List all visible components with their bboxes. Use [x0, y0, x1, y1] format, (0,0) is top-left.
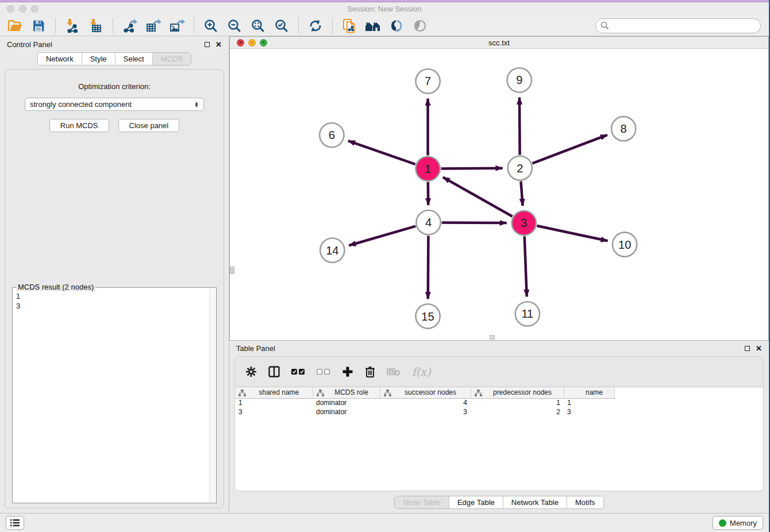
memory-status-icon [719, 519, 726, 527]
table-row[interactable]: 1dominator411 [235, 398, 630, 407]
cell-MCDS-role[interactable]: dominator [313, 398, 380, 407]
float-table-panel-icon[interactable] [745, 346, 750, 351]
edge-3-10[interactable] [537, 226, 607, 241]
graph-node-4[interactable]: 4 [416, 210, 440, 234]
graph-node-1[interactable]: 1 [415, 157, 440, 181]
cell-spacer [614, 407, 630, 417]
tab-node-table[interactable]: Node Table [395, 496, 449, 508]
export-image-icon[interactable] [168, 17, 186, 34]
delete-table-icon[interactable] [387, 367, 401, 376]
optimization-criterion-select[interactable]: strongly connected component ▲▼ [25, 98, 204, 111]
function-builder-icon[interactable]: f(x) [412, 365, 431, 378]
graph-node-10[interactable]: 10 [613, 233, 637, 257]
graph-node-6[interactable]: 6 [319, 123, 344, 147]
cell-successor-nodes[interactable]: 4 [380, 398, 471, 407]
save-session-icon[interactable] [29, 17, 48, 34]
table-toolbar: f(x) [235, 357, 763, 387]
memory-button[interactable]: Memory [713, 516, 763, 530]
tab-edge-table[interactable]: Edge Table [449, 496, 503, 508]
edge-1-2[interactable] [441, 168, 503, 169]
edge-4-3[interactable] [442, 223, 507, 223]
main-toolbar [0, 16, 769, 36]
search-input[interactable] [609, 21, 756, 30]
graph-node-7[interactable]: 7 [415, 69, 440, 93]
run-mcds-button[interactable]: Run MCDS [49, 119, 109, 132]
svg-text:11: 11 [521, 308, 533, 321]
graph-node-2[interactable]: 2 [508, 156, 532, 180]
tab-motifs[interactable]: Motifs [567, 496, 603, 508]
clone-network-icon[interactable] [340, 17, 359, 34]
cell-predecessor-nodes[interactable]: 1 [471, 398, 564, 407]
tab-select[interactable]: Select [116, 53, 153, 65]
tab-network[interactable]: Network [38, 53, 82, 65]
column-header-MCDS-role[interactable]: MCDS role [313, 387, 380, 398]
float-panel-icon[interactable] [205, 42, 210, 47]
tab-style[interactable]: Style [82, 53, 116, 65]
split-panel-icon[interactable] [268, 366, 280, 377]
table-settings-icon[interactable] [245, 366, 257, 377]
export-network-icon[interactable] [121, 17, 139, 34]
edge-3-11[interactable] [525, 237, 527, 297]
cell-shared-name[interactable]: 1 [235, 398, 313, 407]
column-header-name[interactable]: name [564, 387, 614, 398]
control-panel-tabs: NetworkStyleSelectMCDS [0, 52, 229, 65]
apply-layout-icon[interactable] [306, 17, 325, 34]
cell-predecessor-nodes[interactable]: 2 [471, 407, 564, 417]
edge-1-6[interactable] [348, 141, 415, 164]
close-panel-icon[interactable]: ✕ [215, 41, 222, 48]
cell-shared-name[interactable]: 3 [235, 407, 313, 417]
graph-node-3[interactable]: 3 [512, 211, 536, 235]
edge-2-8[interactable] [532, 135, 607, 164]
graph-node-15[interactable]: 15 [415, 304, 440, 329]
zoom-out-icon[interactable] [225, 17, 244, 34]
select-all-columns-icon[interactable] [291, 368, 305, 375]
deselect-all-columns-icon[interactable] [317, 368, 330, 375]
edge-4-15[interactable] [428, 236, 429, 299]
table-row[interactable]: 3dominator323 [235, 407, 630, 417]
column-header-successor-nodes[interactable]: successor nodes [380, 387, 471, 398]
search-box[interactable] [595, 18, 761, 33]
zoom-in-icon[interactable] [202, 17, 220, 34]
result-line: 3 [16, 301, 208, 311]
open-session-icon[interactable] [6, 17, 24, 34]
column-header-shared-name[interactable]: shared name [235, 387, 313, 398]
add-column-icon[interactable] [342, 366, 353, 377]
edge-2-3[interactable] [521, 182, 522, 206]
cell-name[interactable]: 3 [564, 407, 614, 417]
splitter-grip[interactable] [230, 267, 234, 274]
edge-3-1[interactable] [443, 178, 513, 217]
edge-4-14[interactable] [349, 226, 415, 246]
edge-2-9[interactable] [519, 98, 520, 155]
cell-MCDS-role[interactable]: dominator [313, 407, 380, 417]
tab-mcds[interactable]: MCDS [153, 53, 191, 65]
svg-text:6: 6 [329, 129, 335, 141]
tab-network-table[interactable]: Network Table [503, 496, 567, 508]
show-all-networks-icon[interactable] [364, 17, 382, 34]
cell-name[interactable]: 1 [564, 398, 614, 407]
graph-node-8[interactable]: 8 [611, 117, 636, 141]
graph-node-11[interactable]: 11 [515, 302, 540, 326]
import-network-icon[interactable] [63, 17, 82, 34]
export-table-icon[interactable] [144, 17, 163, 34]
column-header-predecessor-nodes[interactable]: predecessor nodes [471, 387, 564, 398]
control-panel-title: Control Panel [7, 40, 52, 49]
splitter-grip[interactable] [490, 335, 495, 340]
zoom-fit-icon[interactable] [249, 17, 267, 34]
graph-node-9[interactable]: 9 [507, 68, 532, 92]
result-scrollbar[interactable] [209, 288, 215, 502]
node-table[interactable]: shared nameMCDS rolesuccessor nodesprede… [235, 387, 763, 491]
close-panel-button[interactable]: Close panel [118, 119, 180, 132]
svg-text:3: 3 [521, 217, 527, 230]
network-canvas[interactable]: 7968124314101511 [230, 49, 768, 340]
task-history-button[interactable] [6, 516, 24, 530]
close-table-panel-icon[interactable]: ✕ [756, 345, 762, 352]
apply-style-icon[interactable] [387, 17, 406, 34]
svg-text:9: 9 [516, 74, 522, 87]
graph-node-14[interactable]: 14 [320, 238, 344, 263]
import-table-icon[interactable] [87, 17, 105, 34]
cell-successor-nodes[interactable]: 3 [380, 407, 471, 417]
zoom-selected-icon[interactable] [272, 17, 291, 34]
show-graphics-details-icon[interactable] [411, 17, 429, 34]
delete-columns-icon[interactable] [365, 366, 375, 378]
mcds-result-title: MCDS result (2 nodes) [16, 283, 95, 291]
